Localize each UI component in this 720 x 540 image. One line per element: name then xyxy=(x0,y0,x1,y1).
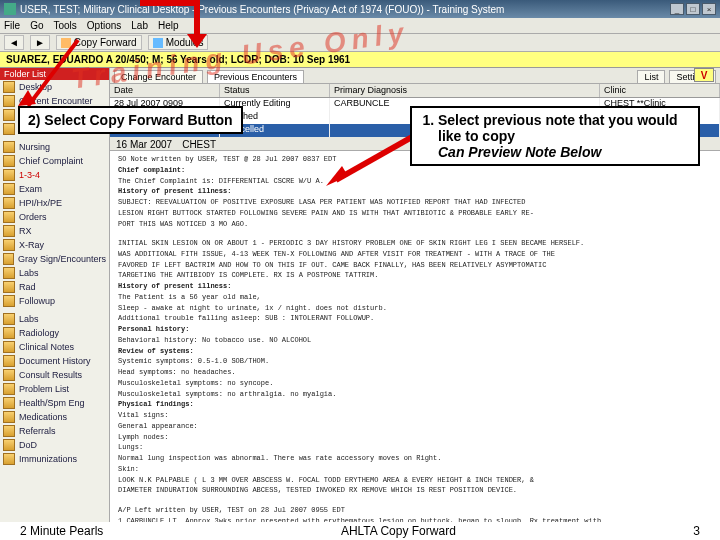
callout-1: Select previous note that you would like… xyxy=(410,106,700,166)
folder-icon xyxy=(3,267,15,279)
footer-right: 3 xyxy=(693,524,700,538)
slide-footer: 2 Minute Pearls AHLTA Copy Forward 3 xyxy=(0,522,720,540)
folder-icon xyxy=(3,341,15,353)
mini-tab-list[interactable]: List xyxy=(637,70,665,83)
svg-line-5 xyxy=(28,40,78,106)
folder-icon xyxy=(3,169,15,181)
folder-icon xyxy=(3,397,15,409)
app-icon xyxy=(4,3,16,15)
sidebar-item[interactable]: Orders xyxy=(0,210,109,224)
folder-icon xyxy=(3,327,15,339)
footer-center: AHLTA Copy Forward xyxy=(341,524,456,538)
folder-icon xyxy=(3,281,15,293)
maximize-button[interactable]: □ xyxy=(686,3,700,15)
folder-icon xyxy=(3,123,15,135)
arrow-red-icon xyxy=(140,0,220,50)
note-clinic: CHEST xyxy=(182,139,216,148)
footer-left: 2 Minute Pearls xyxy=(20,524,103,538)
folder-icon xyxy=(3,183,15,195)
folder-icon xyxy=(3,355,15,367)
sidebar-item[interactable]: Labs xyxy=(0,266,109,280)
sidebar-item[interactable]: Medications xyxy=(0,410,109,424)
folder-icon xyxy=(3,295,15,307)
svg-line-3 xyxy=(336,132,421,180)
sidebar-item[interactable]: Immunizations xyxy=(0,452,109,466)
folder-list: Folder List Desktop Current Encounter Ap… xyxy=(0,68,110,522)
sidebar-item[interactable]: Radiology xyxy=(0,326,109,340)
svg-marker-2 xyxy=(187,34,207,48)
sidebar-item[interactable]: Chief Complaint xyxy=(0,154,109,168)
sidebar-item[interactable]: Rad xyxy=(0,280,109,294)
sidebar-item[interactable]: Gray Sign/Encounters xyxy=(0,252,109,266)
sidebar-item[interactable]: Nursing xyxy=(0,140,109,154)
grid-header: Date Status Primary Diagnosis Clinic xyxy=(110,84,720,98)
folder-icon xyxy=(3,425,15,437)
folder-icon xyxy=(3,439,15,451)
sidebar-item[interactable]: Followup xyxy=(0,294,109,308)
folder-icon xyxy=(3,239,15,251)
sidebar-item[interactable]: X-Ray xyxy=(0,238,109,252)
window-titlebar: USER, TEST; Military Clinical Desktop - … xyxy=(0,0,720,18)
minimize-button[interactable]: _ xyxy=(670,3,684,15)
folder-icon xyxy=(3,225,15,237)
note-preview[interactable]: SO Note written by USER, TEST @ 28 Jul 2… xyxy=(110,151,720,522)
sidebar-item[interactable]: Referrals xyxy=(0,424,109,438)
folder-icon xyxy=(3,453,15,465)
svg-rect-1 xyxy=(194,0,200,38)
folder-icon xyxy=(3,211,15,223)
svg-marker-4 xyxy=(326,166,348,186)
arrow-red-icon xyxy=(18,30,98,106)
folder-icon xyxy=(3,253,14,265)
sidebar-item[interactable]: 1-3-4 xyxy=(0,168,109,182)
folder-icon xyxy=(3,141,15,153)
window-title: USER, TEST; Military Clinical Desktop - … xyxy=(20,4,504,15)
callout-2-text: 2) Select Copy Forward Button xyxy=(28,112,233,128)
folder-icon xyxy=(3,81,15,93)
status-badge: V xyxy=(694,68,714,82)
close-button[interactable]: × xyxy=(702,3,716,15)
folder-icon xyxy=(3,369,15,381)
folder-icon xyxy=(3,313,15,325)
col-status[interactable]: Status xyxy=(220,84,330,97)
callout-1-text-b: Can Preview Note Below xyxy=(438,144,601,160)
sidebar-item[interactable]: RX xyxy=(0,224,109,238)
folder-icon xyxy=(3,383,15,395)
callout-1-text-a: Select previous note that you would like… xyxy=(438,112,678,144)
col-diagnosis[interactable]: Primary Diagnosis xyxy=(330,84,600,97)
note-date: 16 Mar 2007 xyxy=(116,139,172,148)
folder-icon xyxy=(3,197,15,209)
sidebar-item[interactable]: Health/Spm Eng xyxy=(0,396,109,410)
sidebar-item[interactable]: DoD xyxy=(0,438,109,452)
folder-icon xyxy=(3,109,15,121)
sidebar-item[interactable]: Problem List xyxy=(0,382,109,396)
folder-icon xyxy=(3,95,15,107)
callout-2: 2) Select Copy Forward Button xyxy=(18,106,243,134)
sidebar-item[interactable]: Labs xyxy=(0,312,109,326)
folder-icon xyxy=(3,411,15,423)
sidebar-item[interactable]: HPI/Hx/PE xyxy=(0,196,109,210)
folder-icon xyxy=(3,155,15,167)
sidebar-item[interactable]: Clinical Notes xyxy=(0,340,109,354)
col-clinic[interactable]: Clinic xyxy=(600,84,720,97)
svg-rect-0 xyxy=(140,0,200,6)
sidebar-item[interactable]: Document History xyxy=(0,354,109,368)
sidebar-item[interactable]: Consult Results xyxy=(0,368,109,382)
sidebar-item[interactable]: Exam xyxy=(0,182,109,196)
